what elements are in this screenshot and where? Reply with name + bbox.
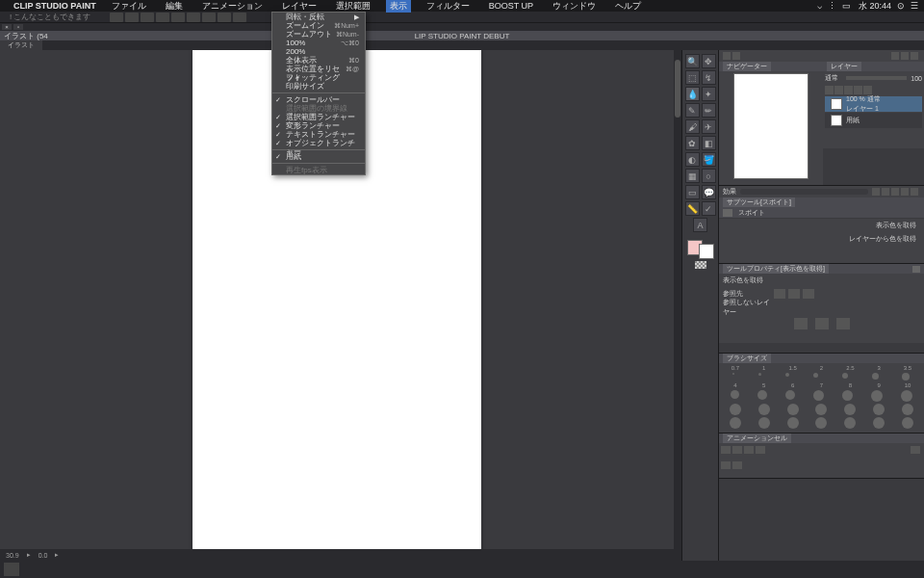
quickbar-icon[interactable] xyxy=(911,52,918,60)
tool-brush[interactable]: 🖌 xyxy=(685,119,700,134)
tool-zoom[interactable]: 🔍 xyxy=(685,54,700,68)
subtool-option[interactable]: 表示色を取得 xyxy=(719,219,924,232)
layer-icon[interactable] xyxy=(863,86,872,94)
brush-size-dot[interactable] xyxy=(758,417,770,429)
quickbar-icon[interactable] xyxy=(901,52,909,60)
layer-row[interactable]: 100 % 通常 レイヤー 1 xyxy=(825,96,922,112)
ref-option[interactable] xyxy=(803,289,814,299)
menu-200pct[interactable]: 200% xyxy=(272,47,365,56)
brush-size-dot[interactable] xyxy=(815,417,827,429)
toolbar-btn[interactable] xyxy=(171,13,185,22)
tool-select[interactable]: ⬚ xyxy=(685,70,700,85)
brush-size-dot[interactable] xyxy=(732,373,734,375)
brush-size-dot[interactable] xyxy=(787,404,799,415)
menu-animation[interactable]: アニメーション xyxy=(198,0,267,13)
menu-zoom-in[interactable]: ズームイン⌘Num+ xyxy=(272,21,365,30)
brush-size-dot[interactable] xyxy=(844,404,856,415)
menu-selection-launcher[interactable]: ✓選択範囲ランチャー xyxy=(272,113,365,121)
tool-airbrush[interactable]: ✈ xyxy=(702,119,716,134)
noref-option[interactable] xyxy=(836,318,850,329)
subtool-tab[interactable]: サブツール[スポイト] xyxy=(723,197,795,207)
brush-size-dot[interactable] xyxy=(873,417,885,429)
notifications-icon[interactable]: ☰ xyxy=(911,1,918,11)
quickbar-icon[interactable] xyxy=(723,52,731,60)
tool-wand[interactable]: ✦ xyxy=(702,87,716,101)
layer-icon[interactable] xyxy=(844,86,853,94)
palette-menu-icon[interactable] xyxy=(912,266,920,273)
opacity-slider[interactable] xyxy=(846,76,907,80)
brush-size-dot[interactable] xyxy=(785,390,795,400)
anim-icon[interactable] xyxy=(721,461,731,469)
menu-reset-position[interactable]: 表示位置をリセット⌘@ xyxy=(272,65,365,73)
tool-balloon[interactable]: 💬 xyxy=(702,185,716,199)
brush-strip-icon[interactable] xyxy=(891,188,899,196)
tool-correct[interactable]: ✓ xyxy=(702,201,716,216)
transparent-color[interactable] xyxy=(695,261,706,269)
tool-move[interactable]: ✥ xyxy=(702,54,716,68)
layer-tab[interactable]: レイヤー xyxy=(827,62,861,71)
anim-icon[interactable] xyxy=(721,446,731,454)
tool-pen[interactable]: ✎ xyxy=(685,103,700,118)
subtool-item[interactable]: スポイト xyxy=(719,207,924,219)
brushsize-tab[interactable]: ブラシサイズ xyxy=(723,354,771,363)
brush-size-dot[interactable] xyxy=(730,417,741,429)
anim-icon[interactable] xyxy=(732,446,742,454)
brush-size-dot[interactable] xyxy=(785,373,789,377)
tab-close[interactable]: × xyxy=(2,24,12,30)
quickbar-icon[interactable] xyxy=(891,52,899,60)
brush-size-dot[interactable] xyxy=(901,390,912,402)
brush-size-dot[interactable] xyxy=(872,373,879,380)
noref-option[interactable] xyxy=(815,318,829,329)
menu-text-launcher[interactable]: ✓テキストランチャー xyxy=(272,130,365,139)
layer-header[interactable]: レイヤー xyxy=(823,62,924,71)
toolbar-btn[interactable] xyxy=(187,13,200,22)
tool-gradient[interactable]: ▦ xyxy=(685,169,700,183)
brush-size-dot[interactable] xyxy=(844,417,856,429)
menu-paper[interactable]: ✓用紙 xyxy=(272,152,365,161)
menu-print-size[interactable]: 印刷サイズ xyxy=(272,82,365,91)
tool-figure[interactable]: ○ xyxy=(702,169,716,183)
layer-row[interactable]: 用紙 xyxy=(825,113,922,128)
dock-button[interactable] xyxy=(4,563,19,576)
brush-size-dot[interactable] xyxy=(813,373,818,378)
layer-icon[interactable] xyxy=(825,86,834,94)
brush-strip-icon[interactable] xyxy=(911,188,918,196)
navigator-header[interactable]: ナビゲーター xyxy=(719,62,823,71)
brush-size-dot[interactable] xyxy=(787,417,799,429)
menu-window[interactable]: ウィンドウ xyxy=(549,0,600,13)
menu-zoom-out[interactable]: ズームアウト⌘Num- xyxy=(272,30,365,39)
menu-object-launcher[interactable]: ✓オブジェクトランチャー xyxy=(272,139,365,147)
tool-eraser[interactable]: ◧ xyxy=(702,136,716,150)
animationcell-tab[interactable]: アニメーションセル xyxy=(723,434,791,443)
subtool-option[interactable]: レイヤーから色を取得 xyxy=(719,232,924,246)
menu-scrollbar[interactable]: ✓スクロールバー xyxy=(272,95,365,104)
menu-file[interactable]: ファイル xyxy=(108,0,150,13)
toolbar-btn[interactable] xyxy=(125,13,139,22)
vertical-scrollbar[interactable] xyxy=(674,50,681,578)
ref-option[interactable] xyxy=(774,289,785,299)
tool-lasso[interactable]: ↯ xyxy=(702,70,716,85)
brush-strip-icon[interactable] xyxy=(882,188,889,196)
brush-size-dot[interactable] xyxy=(902,417,913,429)
menu-fitting[interactable]: フィッティング xyxy=(272,73,365,82)
brush-size-dot[interactable] xyxy=(902,404,913,415)
toolproperty-header[interactable]: ツールプロパティ[表示色を取得] xyxy=(719,264,924,274)
brush-size-dot[interactable] xyxy=(842,373,848,379)
anim-icon[interactable] xyxy=(732,461,742,469)
menu-boostup[interactable]: BOOST UP xyxy=(485,1,537,11)
menu-fit-all[interactable]: 全体表示⌘0 xyxy=(272,56,365,65)
navigator-preview[interactable] xyxy=(733,73,808,179)
animationcell-header[interactable]: アニメーションセル xyxy=(719,434,924,443)
brushsize-header[interactable]: ブラシサイズ xyxy=(719,354,924,363)
brush-size-dot[interactable] xyxy=(902,373,910,381)
brush-strip-icon[interactable] xyxy=(872,188,880,196)
brush-size-dot[interactable] xyxy=(873,404,885,415)
layer-icon[interactable] xyxy=(834,86,843,94)
brush-size-dot[interactable] xyxy=(730,404,741,415)
navigator-tab[interactable]: ナビゲーター xyxy=(723,62,771,71)
toolbar-btn[interactable] xyxy=(156,13,169,22)
brush-size-dot[interactable] xyxy=(758,373,761,376)
brush-size-dot[interactable] xyxy=(757,390,767,400)
battery-icon[interactable]: ▭ xyxy=(842,1,851,11)
toolbar-btn[interactable] xyxy=(141,13,154,22)
